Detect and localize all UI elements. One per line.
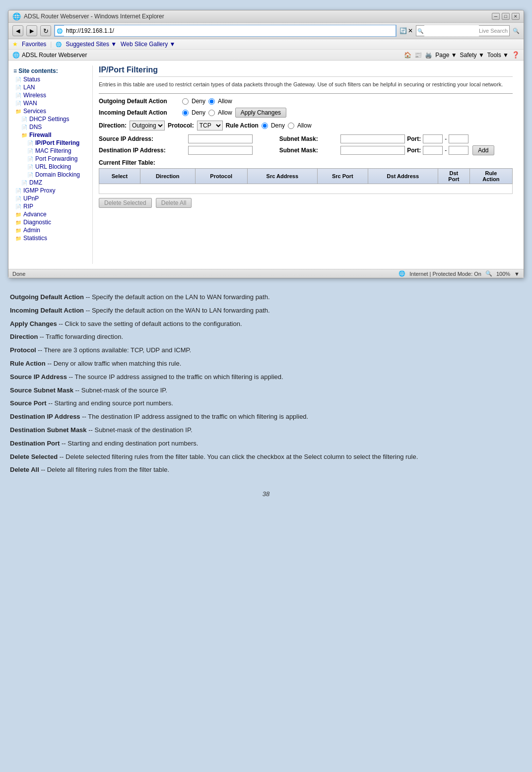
- back-button[interactable]: ◀: [12, 25, 23, 36]
- doc-src-subnet: Source Subnet Mask -- Subnet-mask of the…: [10, 386, 522, 396]
- dst-port-to[interactable]: [449, 146, 468, 155]
- delete-all-button[interactable]: Delete All: [156, 198, 192, 208]
- sidebar-label-wireless: Wireless: [23, 92, 46, 99]
- zoom-arrow[interactable]: ▼: [514, 271, 520, 277]
- doc-term-protocol: Protocol: [10, 346, 36, 354]
- sidebar-item-rip[interactable]: 📄 RIP: [13, 202, 88, 210]
- live-search-label: Live Search: [479, 28, 509, 34]
- sidebar-item-upnp[interactable]: 📄 UPnP: [13, 194, 88, 202]
- sidebar-item-portfwd[interactable]: 📄 Port Forwarding: [13, 155, 88, 163]
- rule-allow-radio[interactable]: [288, 123, 294, 129]
- dst-port-from[interactable]: [423, 146, 443, 155]
- src-port-from[interactable]: [423, 134, 443, 143]
- doc-def-dst-ip: -- The destination IP address assigned t…: [82, 413, 308, 420]
- web-slice-link[interactable]: Web Slice Gallery ▼: [121, 41, 175, 48]
- sidebar-item-dmz[interactable]: 📄 DMZ: [13, 179, 88, 187]
- forward-button[interactable]: ▶: [26, 25, 37, 36]
- doc-outgoing: Outgoing Default Action -- Specify the d…: [10, 292, 522, 303]
- sidebar-item-advance[interactable]: 📁 Advance: [13, 210, 88, 218]
- sidebar-item-igmp[interactable]: 📄 IGMP Proxy: [13, 187, 88, 194]
- filter-table-title: Current Filter Table:: [99, 159, 513, 166]
- doc-term-rule-action: Rule Action: [10, 360, 46, 367]
- doc-direction: Direction -- Traffic forwarding directio…: [10, 332, 522, 342]
- col-rule-action: RuleAction: [469, 169, 512, 184]
- protocol-select[interactable]: TCP UDP ICMP: [197, 121, 223, 130]
- maximize-button[interactable]: □: [502, 13, 510, 20]
- sidebar-item-urlblock[interactable]: 📄 URL Blocking: [13, 163, 88, 171]
- sidebar-item-statistics[interactable]: 📁 Statistics: [13, 234, 88, 242]
- src-ip-input[interactable]: [188, 134, 253, 143]
- suggested-sites-link[interactable]: Suggested Sites ▼: [66, 41, 117, 48]
- sidebar-item-lan[interactable]: 📄 LAN: [13, 83, 88, 91]
- outgoing-allow-radio[interactable]: [208, 98, 215, 105]
- print-icon[interactable]: 🖨️: [425, 52, 432, 59]
- rule-deny-radio[interactable]: [262, 123, 268, 129]
- sidebar-item-wireless[interactable]: 📄 Wireless: [13, 91, 88, 99]
- search-go-icon[interactable]: 🔍: [513, 28, 520, 34]
- refresh-button[interactable]: ↻: [40, 25, 51, 36]
- doc-protocol: Protocol -- There are 3 options availabl…: [10, 345, 522, 356]
- rule-deny-label: Deny: [271, 122, 285, 129]
- protocol-label: Protocol:: [168, 122, 194, 129]
- doc-term-outgoing: Outgoing Default Action: [10, 293, 84, 301]
- page-icon-dns: 📄: [21, 125, 27, 130]
- outgoing-allow-label: Allow: [218, 98, 232, 105]
- home-icon[interactable]: 🏠: [404, 52, 411, 59]
- sidebar-item-admin[interactable]: 📁 Admin: [13, 226, 88, 234]
- outgoing-deny-radio[interactable]: [182, 98, 189, 105]
- doc-section: Outgoing Default Action -- Specify the d…: [8, 288, 524, 482]
- direction-select[interactable]: Outgoing Incoming: [130, 121, 165, 130]
- rule-allow-label: Allow: [297, 122, 312, 129]
- sidebar-item-dhcp[interactable]: 📄 DHCP Settings: [13, 115, 88, 123]
- doc-def-src-ip: -- The source IP address assigned to the…: [69, 373, 283, 381]
- src-subnet-input[interactable]: [340, 134, 405, 143]
- page-menu[interactable]: Page ▼: [435, 52, 457, 59]
- search-icon: 🔍: [416, 28, 424, 34]
- doc-def-delete-selected: -- Delete selected filtering rules from …: [60, 453, 418, 460]
- sidebar-item-status[interactable]: 📄 Status: [13, 75, 88, 83]
- help-icon[interactable]: ❓: [512, 51, 520, 59]
- dst-ip-input[interactable]: [188, 146, 253, 155]
- sidebar-item-ipport[interactable]: 📄 IP/Port Filtering: [13, 139, 88, 147]
- safety-menu[interactable]: Safety ▼: [460, 52, 484, 59]
- rss-icon[interactable]: 📰: [414, 52, 422, 59]
- close-button[interactable]: ✕: [512, 13, 520, 20]
- doc-def-direction: -- Traffic forwarding direction.: [40, 333, 123, 340]
- sidebar-label-admin: Admin: [23, 227, 40, 234]
- folder-icon-admin: 📁: [15, 228, 21, 233]
- sidebar-item-firewall[interactable]: 📁 Firewall: [13, 131, 88, 139]
- doc-def-src-port: -- Starting and ending source port numbe…: [48, 399, 173, 407]
- incoming-allow-radio[interactable]: [208, 110, 215, 116]
- sidebar-item-domainblock[interactable]: 📄 Domain Blocking: [13, 171, 88, 179]
- incoming-deny-radio[interactable]: [182, 110, 189, 116]
- sidebar-item-dns[interactable]: 📄 DNS: [13, 123, 88, 131]
- add-button[interactable]: Add: [472, 145, 494, 155]
- src-port-to[interactable]: [449, 134, 468, 143]
- sidebar-item-services[interactable]: 📁 Services: [13, 107, 88, 115]
- sidebar-item-diagnostic[interactable]: 📁 Diagnostic: [13, 218, 88, 226]
- search-input[interactable]: [424, 25, 479, 36]
- tools-menu[interactable]: Tools ▼: [487, 52, 509, 59]
- col-dst-addr: Dst Address: [368, 169, 438, 184]
- col-dst-port: DstPort: [438, 169, 469, 184]
- browser-title: 🌐 ADSL Router Webserver - Windows Intern…: [12, 12, 164, 20]
- minimize-button[interactable]: ─: [492, 13, 500, 20]
- address-input[interactable]: [64, 25, 396, 36]
- sidebar-label-rip: RIP: [23, 203, 33, 210]
- window-controls: ─ □ ✕: [492, 13, 520, 20]
- delete-selected-button[interactable]: Delete Selected: [99, 198, 152, 208]
- doc-term-apply: Apply Changes: [10, 320, 57, 327]
- page-icon-igmp: 📄: [15, 188, 21, 193]
- browser-window: 🌐 ADSL Router Webserver - Windows Intern…: [8, 10, 524, 278]
- outgoing-deny-label: Deny: [192, 98, 205, 105]
- sidebar-item-wan[interactable]: 📄 WAN: [13, 99, 88, 107]
- star-icon: ★: [12, 41, 18, 48]
- sidebar-item-mac[interactable]: 📄 MAC Filtering: [13, 147, 88, 155]
- dst-subnet-input[interactable]: [340, 146, 405, 155]
- sidebar-label-wan: WAN: [23, 100, 37, 107]
- rule-action-label: Rule Action: [226, 122, 259, 129]
- apply-changes-button[interactable]: Apply Changes: [235, 108, 286, 118]
- favorites-label[interactable]: Favorites: [22, 41, 46, 48]
- zoom-level: 100%: [496, 271, 510, 277]
- doc-delete-selected: Delete Selected -- Delete selected filte…: [10, 452, 522, 462]
